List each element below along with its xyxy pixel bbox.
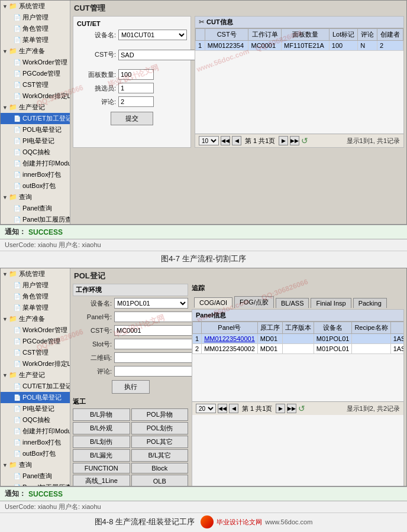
tab-fog[interactable]: FOG/点胶 (234, 296, 274, 308)
tab-packing[interactable]: Packing (353, 298, 387, 308)
device-select[interactable]: M01CUT01 (118, 30, 187, 40)
sidebar-item-user-mgmt[interactable]: 📄 用户管理 (1, 12, 70, 23)
sidebar-item-out-box[interactable]: 📄 outBox打包 (1, 180, 70, 192)
pick-input[interactable] (118, 83, 154, 93)
prev-page-btn[interactable]: ◀ (232, 136, 241, 145)
sidebar-item-panel-hist[interactable]: 📄 Panel加工履历查询 (1, 214, 70, 224)
defect-pol-foreign[interactable]: POL异物 (131, 408, 189, 421)
tab-cog-aoi[interactable]: COG/AOI (194, 297, 232, 308)
panel-input[interactable] (118, 69, 154, 80)
defect-line1[interactable]: 高线_1Line (73, 475, 130, 486)
defect-olb[interactable]: OLB (131, 475, 189, 486)
form-row-slot: Slot号: (73, 339, 188, 349)
sidebar2-module[interactable]: 📄创建并打印ModuleID (1, 426, 70, 437)
panel-info-title-label: Panel信息 (196, 311, 226, 320)
qr-input[interactable] (114, 352, 201, 363)
device-select-2[interactable]: M01POL01 (114, 298, 188, 309)
sidebar-item-pgcode[interactable]: 📄 PGCode管理 (1, 68, 70, 79)
sidebar2-panel-q[interactable]: 📄Panel查询 (1, 471, 70, 482)
sidebar2-group-system-header[interactable]: ▼ 📁 系统管理 (1, 268, 70, 280)
sidebar2-panel-h[interactable]: 📄Panel加工履历查询 (1, 482, 70, 486)
sidebar2-role-mgmt[interactable]: 📄角色管理 (1, 291, 70, 302)
sidebar2-oqc[interactable]: 📄OQC抽检 (1, 414, 70, 426)
sidebar-item-role-mgmt[interactable]: 📄 角色管理 (1, 23, 70, 34)
per-page-select-2[interactable]: 20 (196, 404, 216, 413)
sidebar-item-panel-query[interactable]: 📄 Panel查询 (1, 203, 70, 214)
sidebar2-user-mgmt[interactable]: 📄用户管理 (1, 280, 70, 291)
table-row[interactable]: 1 MM01223540001 MD01 M01POL01 1AS3ABS110… (193, 334, 404, 344)
defect-bl-scratch[interactable]: B/L划伤 (73, 436, 130, 448)
sidebar2-inner[interactable]: 📄innerBox打包 (1, 437, 70, 448)
prev-page-btn-2[interactable]: ◀ (229, 404, 238, 413)
sidebar-item-cut-et[interactable]: 📄 CUT/ET加工登记 (1, 113, 70, 124)
cut-table-scroll[interactable]: CST号 工作订单 面板数量 Lot标记 评论 创建者 (195, 28, 403, 51)
sidebar-group-query-header[interactable]: ▼ 📁 查询 (1, 192, 70, 203)
sidebar-item-pol[interactable]: 📄 POL电晕登记 (1, 124, 70, 135)
sidebar-item-pi[interactable]: 📄 PI电晕登记 (1, 135, 70, 147)
sidebar2-pg[interactable]: 📄PGCode管理 (1, 336, 70, 347)
tab-bl-ass[interactable]: BL/ASS (276, 298, 309, 308)
defect-bl-foreign[interactable]: B/L异物 (73, 408, 130, 421)
sidebar-item-workorder-line[interactable]: 📄 WorkOrder排定Line (1, 90, 70, 102)
sidebar-item-menu-mgmt[interactable]: 📄 菜单管理 (1, 34, 70, 46)
trace-tabs: COG/AOI FOG/点胶 BL/ASS Finial Insp Packin… (192, 294, 404, 308)
table-row[interactable]: 2 MM01223540002 MD01 M01POL01 1AS3ABS110… (193, 344, 404, 354)
defect-bl-light[interactable]: B/L漏光 (73, 449, 130, 462)
sidebar-item-inner-box[interactable]: 📄 innerBox打包 (1, 169, 70, 180)
sidebar-item-pol-label: POL电晕登记 (22, 125, 62, 134)
defect-bl-other[interactable]: B/L其它 (131, 449, 189, 462)
panel-info-scroll[interactable]: Panel号 原工序 工序版本 设备名 Recipe名称 PG编码 PG (192, 322, 403, 354)
sidebar-group-system-header[interactable]: ▼ 📁 系统管理 (1, 1, 70, 12)
sidebar2-cut-et[interactable]: 📄CUT/ET加工登记 (1, 381, 70, 392)
tab-final-insp[interactable]: Finial Insp (311, 298, 351, 308)
execute-button[interactable]: 执行 (112, 380, 150, 394)
sidebar2-group-prep-header[interactable]: ▼ 📁 生产准备 (1, 313, 70, 325)
last-page-btn[interactable]: ▶▶ (290, 136, 299, 145)
panel-input-2[interactable] (114, 312, 201, 322)
sidebar2-pi[interactable]: 📄PI电晕登记 (1, 403, 70, 414)
total-label-2: 共1页 (256, 405, 272, 412)
td-cst: MM0122354 (205, 41, 248, 51)
cst-input-2[interactable] (114, 325, 201, 336)
doc-icon: 📄 (14, 327, 21, 333)
sidebar-item-oqc[interactable]: 📄 OQC抽检 (1, 147, 70, 158)
slot-input[interactable] (114, 339, 201, 349)
sidebar-group-register-header[interactable]: ▼ 📁 生产登记 (1, 102, 70, 113)
submit-button[interactable]: 提交 (111, 112, 153, 125)
sidebar2-cst[interactable]: 📄CST管理 (1, 347, 70, 358)
pagination-1: 10 ◀◀ ◀ 第 1 共1页 ▶ ▶▶ ↺ (195, 134, 403, 147)
defect-function[interactable]: FUNCTION (73, 463, 130, 473)
th-device-name: 设备名 (314, 322, 352, 334)
sidebar-group-prep-header[interactable]: ▼ 📁 生产准备 (1, 46, 70, 57)
comment-input[interactable] (118, 96, 154, 107)
sidebar2-wo[interactable]: 📄WorkOrder管理 (1, 325, 70, 336)
per-page-select[interactable]: 10 (199, 136, 219, 145)
comment-input-2[interactable] (114, 366, 201, 377)
refresh-btn-2[interactable]: ↺ (298, 404, 305, 413)
defect-pol-other[interactable]: POL其它 (131, 436, 189, 448)
sidebar-item-module-id[interactable]: 📄 创建并打印ModuleID (1, 158, 70, 169)
defect-bl-outer[interactable]: B/L外观 (73, 422, 130, 434)
sidebar2-out[interactable]: 📄outBox打包 (1, 448, 70, 459)
defect-block[interactable]: Block (131, 463, 189, 473)
sidebar-item-workorder[interactable]: 📄 WorkOrder管理 (1, 57, 70, 68)
next-page-btn-2[interactable]: ▶ (276, 404, 285, 413)
sidebar2-pol[interactable]: 📄POL电晕登记 (1, 392, 70, 403)
next-page-btn[interactable]: ▶ (279, 136, 288, 145)
sidebar2-menu-mgmt[interactable]: 📄菜单管理 (1, 302, 70, 313)
last-page-btn-2[interactable]: ▶▶ (287, 404, 296, 413)
defect-pol-scratch[interactable]: POL划伤 (131, 422, 189, 434)
cst-input[interactable] (118, 50, 205, 60)
sidebar2-group-query-header[interactable]: ▼ 📁 查询 (1, 459, 70, 471)
table-row[interactable]: 1 MM0122354 MC0001 MF110TE21A 100 N 2 (196, 41, 403, 51)
defect-section-label: 返工 (73, 397, 188, 406)
first-page-btn[interactable]: ◀◀ (221, 136, 230, 145)
th-pg-code: PG编码 (390, 322, 403, 334)
sidebar2-wo-line[interactable]: 📄WorkOrder排定Line (1, 358, 70, 369)
defect-buttons-grid: B/L异物 POL异物 B/L外观 POL划伤 B/L划伤 POL其它 B/L漏… (73, 408, 188, 486)
refresh-btn[interactable]: ↺ (301, 136, 308, 145)
sidebar-group-prep: ▼ 📁 生产准备 📄 WorkOrder管理 📄 PGCode管理 📄 CST管… (1, 46, 70, 102)
sidebar2-group-register-header[interactable]: ▼ 📁 生产登记 (1, 369, 70, 381)
first-page-btn-2[interactable]: ◀◀ (218, 404, 227, 413)
sidebar-item-cst[interactable]: 📄 CST管理 (1, 79, 70, 90)
